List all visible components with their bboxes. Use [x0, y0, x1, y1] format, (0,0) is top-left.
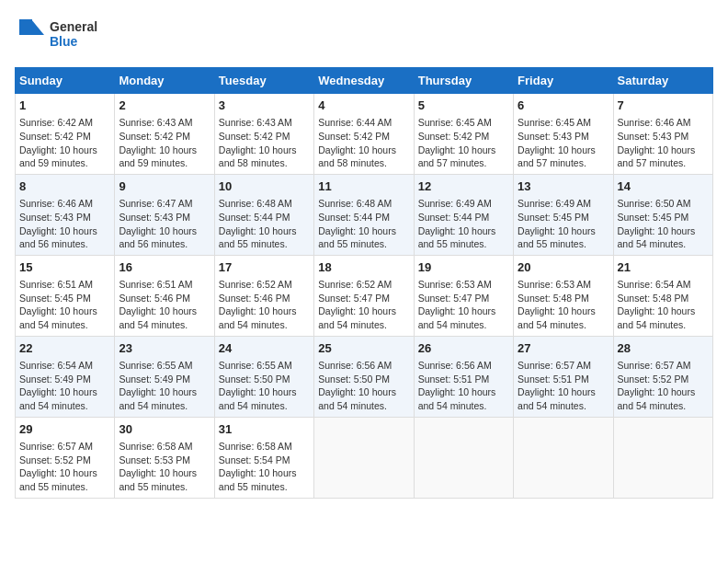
- day-number: 4: [318, 98, 409, 114]
- calendar-cell: 30Sunrise: 6:58 AMSunset: 5:53 PMDayligh…: [115, 417, 214, 498]
- calendar-cell: 14Sunrise: 6:50 AMSunset: 5:45 PMDayligh…: [613, 174, 712, 255]
- day-info: Sunrise: 6:42 AMSunset: 5:42 PMDaylight:…: [19, 116, 110, 170]
- day-info: Sunrise: 6:46 AMSunset: 5:43 PMDaylight:…: [618, 116, 709, 170]
- calendar-body: 1Sunrise: 6:42 AMSunset: 5:42 PMDaylight…: [16, 94, 713, 499]
- day-info: Sunrise: 6:49 AMSunset: 5:45 PMDaylight:…: [518, 197, 609, 251]
- day-number: 19: [418, 259, 509, 276]
- day-number: 26: [418, 340, 509, 357]
- day-info: Sunrise: 6:51 AMSunset: 5:45 PMDaylight:…: [19, 278, 110, 332]
- day-info: Sunrise: 6:53 AMSunset: 5:47 PMDaylight:…: [418, 278, 509, 332]
- day-number: 13: [518, 178, 609, 195]
- calendar-cell: 26Sunrise: 6:56 AMSunset: 5:51 PMDayligh…: [414, 336, 513, 417]
- calendar-cell: 19Sunrise: 6:53 AMSunset: 5:47 PMDayligh…: [414, 255, 513, 336]
- calendar-cell: 9Sunrise: 6:47 AMSunset: 5:43 PMDaylight…: [115, 174, 214, 255]
- calendar-cell: 27Sunrise: 6:57 AMSunset: 5:51 PMDayligh…: [514, 336, 613, 417]
- day-info: Sunrise: 6:43 AMSunset: 5:42 PMDaylight:…: [119, 116, 210, 170]
- logo: GeneralBlue: [15, 15, 97, 56]
- weekday-header-thursday: Thursday: [414, 68, 513, 94]
- calendar-cell: 23Sunrise: 6:55 AMSunset: 5:49 PMDayligh…: [115, 336, 214, 417]
- day-number: 21: [618, 259, 709, 276]
- svg-text:General: General: [50, 19, 97, 34]
- day-number: 7: [618, 98, 709, 114]
- day-info: Sunrise: 6:56 AMSunset: 5:50 PMDaylight:…: [318, 359, 409, 413]
- calendar-cell: 5Sunrise: 6:45 AMSunset: 5:42 PMDaylight…: [414, 94, 513, 175]
- day-info: Sunrise: 6:55 AMSunset: 5:50 PMDaylight:…: [219, 359, 310, 413]
- day-info: Sunrise: 6:52 AMSunset: 5:46 PMDaylight:…: [219, 278, 310, 332]
- calendar-cell: 3Sunrise: 6:43 AMSunset: 5:42 PMDaylight…: [214, 94, 313, 175]
- calendar-cell: 8Sunrise: 6:46 AMSunset: 5:43 PMDaylight…: [16, 174, 115, 255]
- calendar-cell: 22Sunrise: 6:54 AMSunset: 5:49 PMDayligh…: [16, 336, 115, 417]
- weekday-header-monday: Monday: [115, 68, 214, 94]
- calendar-week-row: 29Sunrise: 6:57 AMSunset: 5:52 PMDayligh…: [16, 417, 713, 498]
- day-number: 3: [219, 98, 310, 114]
- day-number: 30: [119, 421, 210, 438]
- calendar-cell: 7Sunrise: 6:46 AMSunset: 5:43 PMDaylight…: [613, 94, 712, 175]
- calendar-cell: 16Sunrise: 6:51 AMSunset: 5:46 PMDayligh…: [115, 255, 214, 336]
- day-info: Sunrise: 6:57 AMSunset: 5:52 PMDaylight:…: [618, 359, 709, 413]
- day-info: Sunrise: 6:47 AMSunset: 5:43 PMDaylight:…: [119, 197, 210, 251]
- day-number: 6: [518, 98, 609, 114]
- day-info: Sunrise: 6:55 AMSunset: 5:49 PMDaylight:…: [119, 359, 210, 413]
- calendar-cell: 4Sunrise: 6:44 AMSunset: 5:42 PMDaylight…: [314, 94, 414, 175]
- day-number: 18: [318, 259, 409, 276]
- day-number: 1: [19, 98, 110, 114]
- weekday-header-sunday: Sunday: [16, 68, 115, 94]
- day-info: Sunrise: 6:53 AMSunset: 5:48 PMDaylight:…: [518, 278, 609, 332]
- day-number: 8: [19, 178, 110, 195]
- day-info: Sunrise: 6:54 AMSunset: 5:48 PMDaylight:…: [618, 278, 709, 332]
- calendar-cell: 24Sunrise: 6:55 AMSunset: 5:50 PMDayligh…: [214, 336, 313, 417]
- day-number: 23: [119, 340, 210, 357]
- svg-rect-0: [19, 19, 32, 35]
- weekday-header-saturday: Saturday: [613, 68, 712, 94]
- logo-svg: GeneralBlue: [15, 15, 97, 56]
- calendar-cell: 1Sunrise: 6:42 AMSunset: 5:42 PMDaylight…: [16, 94, 115, 175]
- calendar-cell: 10Sunrise: 6:48 AMSunset: 5:44 PMDayligh…: [214, 174, 313, 255]
- calendar-cell: [514, 417, 613, 498]
- day-info: Sunrise: 6:44 AMSunset: 5:42 PMDaylight:…: [318, 116, 409, 170]
- day-number: 5: [418, 98, 509, 114]
- weekday-header-row: SundayMondayTuesdayWednesdayThursdayFrid…: [16, 68, 713, 94]
- day-info: Sunrise: 6:46 AMSunset: 5:43 PMDaylight:…: [19, 197, 110, 251]
- day-number: 11: [318, 178, 409, 195]
- day-info: Sunrise: 6:57 AMSunset: 5:51 PMDaylight:…: [518, 359, 609, 413]
- calendar-cell: 31Sunrise: 6:58 AMSunset: 5:54 PMDayligh…: [214, 417, 313, 498]
- day-info: Sunrise: 6:58 AMSunset: 5:54 PMDaylight:…: [219, 440, 310, 494]
- day-info: Sunrise: 6:56 AMSunset: 5:51 PMDaylight:…: [418, 359, 509, 413]
- day-number: 16: [119, 259, 210, 276]
- day-number: 10: [219, 178, 310, 195]
- calendar-cell: 2Sunrise: 6:43 AMSunset: 5:42 PMDaylight…: [115, 94, 214, 175]
- calendar-week-row: 15Sunrise: 6:51 AMSunset: 5:45 PMDayligh…: [16, 255, 713, 336]
- day-info: Sunrise: 6:58 AMSunset: 5:53 PMDaylight:…: [119, 440, 210, 494]
- weekday-header-friday: Friday: [514, 68, 613, 94]
- day-number: 22: [19, 340, 110, 357]
- day-info: Sunrise: 6:50 AMSunset: 5:45 PMDaylight:…: [618, 197, 709, 251]
- calendar-cell: 6Sunrise: 6:45 AMSunset: 5:43 PMDaylight…: [514, 94, 613, 175]
- day-info: Sunrise: 6:49 AMSunset: 5:44 PMDaylight:…: [418, 197, 509, 251]
- day-number: 25: [318, 340, 409, 357]
- calendar-cell: 29Sunrise: 6:57 AMSunset: 5:52 PMDayligh…: [16, 417, 115, 498]
- day-number: 20: [518, 259, 609, 276]
- day-number: 12: [418, 178, 509, 195]
- header: GeneralBlue: [15, 15, 713, 56]
- calendar-week-row: 1Sunrise: 6:42 AMSunset: 5:42 PMDaylight…: [16, 94, 713, 175]
- weekday-header-wednesday: Wednesday: [314, 68, 414, 94]
- day-info: Sunrise: 6:45 AMSunset: 5:43 PMDaylight:…: [518, 116, 609, 170]
- day-number: 15: [19, 259, 110, 276]
- calendar-cell: [414, 417, 513, 498]
- calendar-week-row: 8Sunrise: 6:46 AMSunset: 5:43 PMDaylight…: [16, 174, 713, 255]
- day-number: 29: [19, 421, 110, 438]
- day-number: 28: [618, 340, 709, 357]
- calendar-cell: 18Sunrise: 6:52 AMSunset: 5:47 PMDayligh…: [314, 255, 414, 336]
- calendar-cell: 12Sunrise: 6:49 AMSunset: 5:44 PMDayligh…: [414, 174, 513, 255]
- calendar-cell: 20Sunrise: 6:53 AMSunset: 5:48 PMDayligh…: [514, 255, 613, 336]
- day-number: 14: [618, 178, 709, 195]
- day-info: Sunrise: 6:52 AMSunset: 5:47 PMDaylight:…: [318, 278, 409, 332]
- calendar-cell: [314, 417, 414, 498]
- day-info: Sunrise: 6:51 AMSunset: 5:46 PMDaylight:…: [119, 278, 210, 332]
- day-info: Sunrise: 6:45 AMSunset: 5:42 PMDaylight:…: [418, 116, 509, 170]
- day-info: Sunrise: 6:54 AMSunset: 5:49 PMDaylight:…: [19, 359, 110, 413]
- weekday-header-tuesday: Tuesday: [214, 68, 313, 94]
- day-number: 31: [219, 421, 310, 438]
- calendar-cell: 21Sunrise: 6:54 AMSunset: 5:48 PMDayligh…: [613, 255, 712, 336]
- day-number: 9: [119, 178, 210, 195]
